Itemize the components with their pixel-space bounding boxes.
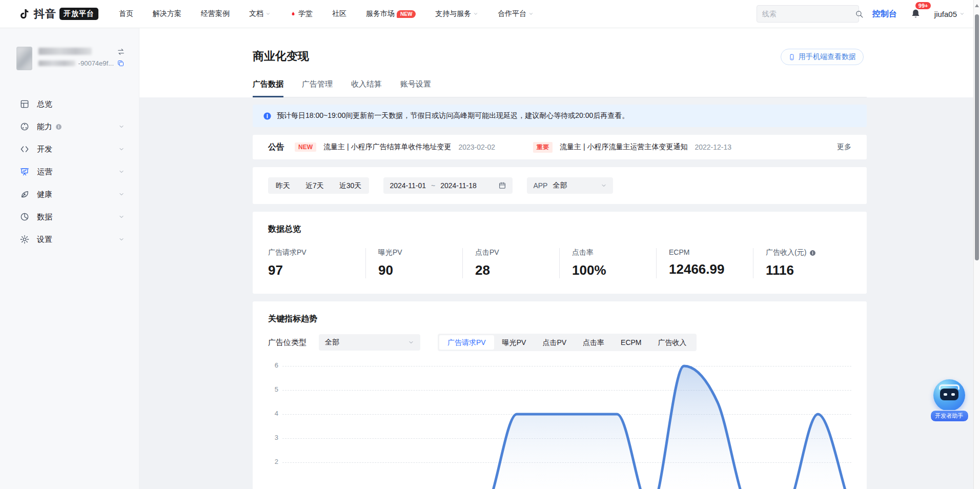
flame-icon [290, 10, 296, 17]
notification-badge: 99+ [915, 2, 931, 9]
chevron-down-icon [528, 11, 534, 16]
adslot-type-dropdown[interactable]: 全部 [319, 334, 420, 351]
scrollbar-up-arrow[interactable] [975, 4, 979, 7]
notification-bell[interactable]: 99+ [910, 8, 921, 19]
chevron-down-icon [118, 146, 125, 152]
info-icon [55, 124, 62, 130]
sidebar-item-develop[interactable]: 开发 [0, 138, 139, 160]
nav-item-cases[interactable]: 经营案例 [201, 9, 230, 18]
search-icon[interactable] [855, 10, 864, 18]
nav-item-community[interactable]: 社区 [332, 9, 346, 18]
range-7days-button[interactable]: 近7天 [298, 177, 332, 194]
date-end: 2024-11-18 [440, 181, 477, 190]
stat-ad-revenue: 广告收入(元) 1116 [753, 248, 850, 278]
user-menu[interactable]: jiufa05 [934, 10, 965, 18]
stat-value: 28 [475, 262, 559, 278]
metric-tab-click-pv[interactable]: 点击PV [534, 335, 575, 350]
chevron-down-icon [118, 191, 125, 197]
data-overview-card: 数据总览 广告请求PV 97 曝光PV 90 点击PV 28 [253, 212, 867, 294]
sidebar-item-settings[interactable]: 设置 [0, 228, 139, 251]
metric-tab-ctr[interactable]: 点击率 [575, 335, 612, 350]
stat-impression-pv: 曝光PV 90 [365, 248, 462, 278]
chevron-down-icon [118, 214, 125, 220]
console-link[interactable]: 控制台 [872, 9, 897, 19]
nav-item-academy[interactable]: 学堂 [290, 9, 313, 18]
sidebar-item-operation[interactable]: 运营 [0, 160, 139, 183]
capability-icon [19, 121, 30, 132]
scrollbar[interactable] [973, 0, 980, 489]
nav-item-support[interactable]: 支持与服务 [435, 9, 478, 18]
main-content: 商业化变现 用手机端查看数据 广告数据 广告管理 收入结算 账号设置 预计每日1… [139, 28, 980, 489]
phone-icon [788, 53, 795, 61]
nav-item-home[interactable]: 首页 [119, 9, 133, 18]
app-name-redacted [38, 48, 92, 55]
nav-item-partners[interactable]: 合作平台 [498, 9, 534, 18]
chevron-down-icon [601, 182, 607, 189]
search-input[interactable] [762, 10, 855, 18]
stat-value: 100% [572, 262, 656, 278]
app-select-dropdown[interactable]: APP 全部 [527, 177, 613, 194]
douyin-note-icon [18, 7, 31, 21]
chevron-down-icon [118, 124, 125, 130]
view-on-mobile-button[interactable]: 用手机端查看数据 [781, 49, 864, 65]
assistant-label: 开发者助手 [930, 410, 969, 422]
sidebar-item-capability[interactable]: 能力 [0, 115, 139, 138]
range-yesterday-button[interactable]: 昨天 [268, 177, 298, 194]
page-tabs: 广告数据 广告管理 收入结算 账号设置 [253, 79, 867, 97]
range-30days-button[interactable]: 近30天 [332, 177, 370, 194]
overview-title: 数据总览 [268, 224, 851, 235]
nav-item-solutions[interactable]: 解决方案 [153, 9, 181, 18]
brand-logo[interactable]: 抖音 开放平台 [18, 7, 98, 21]
announcement-badge-important: 重要 [533, 142, 553, 153]
stat-value: 97 [268, 262, 365, 278]
robot-icon [933, 379, 965, 411]
announcement-link[interactable]: 流量主 | 小程序广告结算单收件地址变更 [323, 142, 451, 152]
calendar-icon [498, 181, 506, 190]
sidebar-item-data[interactable]: 数据 [0, 206, 139, 228]
stat-value: 90 [378, 262, 462, 278]
stat-ecpm: ECPM 12466.99 [656, 248, 753, 278]
sidebar-item-health[interactable]: 健康 [0, 183, 139, 206]
chevron-down-icon [118, 236, 125, 242]
app-select-label: APP [533, 181, 547, 190]
tab-account-settings[interactable]: 账号设置 [400, 79, 431, 97]
sidebar: -90074e9f... 总览 能力 [0, 28, 139, 489]
tab-revenue-settle[interactable]: 收入结算 [351, 79, 382, 97]
brand-badge: 开放平台 [59, 8, 98, 20]
info-icon[interactable] [809, 250, 816, 256]
announcements-more-link[interactable]: 更多 [837, 142, 851, 152]
metric-tab-ad-request-pv[interactable]: 广告请求PV [439, 335, 494, 350]
stat-value: 12466.99 [669, 261, 753, 277]
search-box [757, 5, 859, 23]
nav-item-docs[interactable]: 文档 [249, 9, 271, 18]
metric-tabs: 广告请求PV 曝光PV 点击PV 点击率 ECPM 广告收入 [438, 334, 697, 351]
area-chart-svg [268, 362, 851, 489]
switch-app-icon[interactable] [116, 48, 126, 56]
metric-tab-impression-pv[interactable]: 曝光PV [494, 335, 535, 350]
chevron-down-icon [408, 339, 414, 345]
tab-ad-manage[interactable]: 广告管理 [302, 79, 333, 97]
update-notice-banner: 预计每日18:00~19:00间更新前一天数据，节假日或访问高峰期可能出现延迟，… [253, 105, 867, 127]
develop-icon [19, 144, 30, 154]
brand-name: 抖音 [34, 7, 56, 21]
scrollbar-thumb[interactable] [975, 14, 979, 260]
date-start: 2024-11-01 [390, 181, 426, 190]
developer-assistant-widget[interactable]: 开发者助手 [930, 379, 969, 422]
metric-tab-ad-revenue[interactable]: 广告收入 [650, 335, 695, 350]
chevron-down-icon [118, 169, 125, 175]
date-range-picker[interactable]: 2024-11-01 ~ 2024-11-18 [383, 177, 513, 194]
copy-icon[interactable] [117, 59, 125, 67]
announcement-date: 2023-02-02 [458, 143, 495, 151]
announcement-link[interactable]: 流量主 | 小程序流量主运营主体变更通知 [560, 142, 687, 152]
chevron-down-icon [473, 11, 478, 16]
metric-tab-ecpm[interactable]: ECPM [612, 335, 649, 350]
health-icon [19, 189, 30, 199]
app-select-value: 全部 [553, 181, 567, 190]
nav-item-marketplace[interactable]: 服务市场 NEW [366, 9, 416, 18]
filter-card: 昨天 近7天 近30天 2024-11-01 ~ 2024-11-18 APP … [253, 167, 867, 204]
sidebar-item-overview[interactable]: 总览 [0, 93, 139, 115]
notice-text: 预计每日18:00~19:00间更新前一天数据，节假日或访问高峰期可能出现延迟，… [277, 111, 629, 120]
tab-ad-data[interactable]: 广告数据 [253, 79, 283, 97]
stat-ctr: 点击率 100% [559, 248, 656, 278]
operation-icon [19, 167, 30, 177]
